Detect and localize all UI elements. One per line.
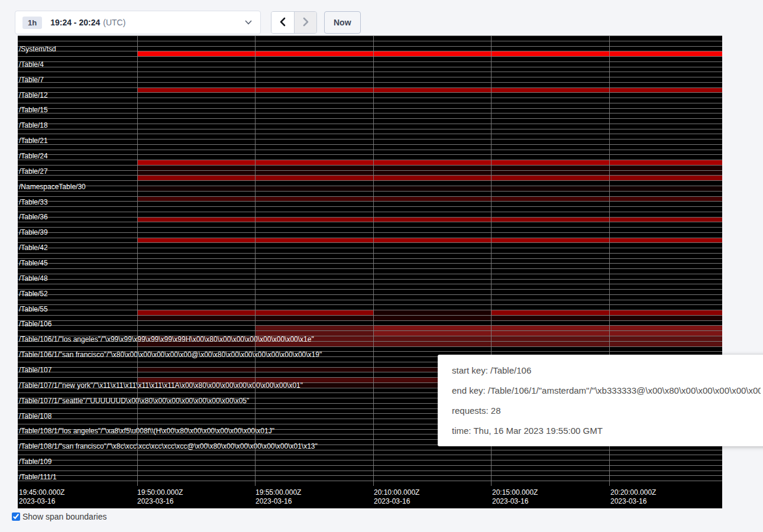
axis-tick: 19:55:00.000Z2023-03-16 xyxy=(256,488,301,506)
row-label: /Table/36 xyxy=(19,213,48,221)
row-label: /Table/45 xyxy=(19,259,48,267)
heat-band[interactable] xyxy=(137,176,722,180)
row-label: /Table/107 xyxy=(19,366,51,374)
heat-band[interactable] xyxy=(137,88,722,93)
prev-range-button[interactable] xyxy=(271,12,294,33)
row-label: /Table/48 xyxy=(19,274,48,283)
row-label: /Table/12 xyxy=(19,91,48,99)
row-label: /Table/33 xyxy=(19,198,48,206)
range-timezone: (UTC) xyxy=(103,18,125,27)
tooltip-end-key: end key: /Table/106/1/"amsterdam"/"\xb33… xyxy=(452,385,761,395)
heat-band[interactable] xyxy=(255,326,373,330)
row-label: /Table/106 xyxy=(19,320,51,328)
heat-band[interactable] xyxy=(255,342,722,346)
row-label: /Table/42 xyxy=(19,244,48,252)
row-label: /Table/15 xyxy=(19,106,48,114)
heat-band[interactable] xyxy=(137,166,722,170)
heat-band[interactable] xyxy=(137,171,722,176)
tooltip-time: time: Thu, 16 Mar 2023 19:55:00 GMT xyxy=(452,426,761,436)
row-label: /Table/108/1/"los angeles"/"\xa8\xf5\u00… xyxy=(19,427,274,435)
row-label: /Table/52 xyxy=(19,290,48,298)
checkbox-label: Show span boundaries xyxy=(22,512,106,521)
row-label: /Table/21 xyxy=(19,137,48,145)
next-range-button[interactable] xyxy=(294,12,316,33)
row-label: /System/tsd xyxy=(19,45,56,53)
heat-band[interactable] xyxy=(373,331,722,336)
range-duration-badge: 1h xyxy=(22,17,42,29)
show-span-boundaries-control[interactable]: Show span boundaries xyxy=(12,512,106,521)
chevron-down-icon xyxy=(245,20,252,25)
row-label: /NamespaceTable/30 xyxy=(19,183,86,191)
axis-tick: 20:20:00.000Z2023-03-16 xyxy=(610,488,656,506)
hover-tooltip: start key: /Table/106 end key: /Table/10… xyxy=(438,355,763,446)
heat-band[interactable] xyxy=(137,197,722,202)
chevron-right-icon xyxy=(302,17,310,28)
row-label: /Table/109 xyxy=(19,458,51,466)
heat-band[interactable] xyxy=(491,310,722,315)
row-label: /Table/107/1/"new york"/"\x11\x11\x11\x1… xyxy=(19,381,303,390)
row-label: /Table/108 xyxy=(19,412,51,420)
tooltip-requests: requests: 28 xyxy=(452,406,761,416)
row-label: /Table/106/1/"san francisco"/"\x80\x00\x… xyxy=(19,351,322,359)
axis-tick: 19:45:00.000Z2023-03-16 xyxy=(19,488,64,506)
time-range-select[interactable]: 1h 19:24 - 20:24 (UTC) xyxy=(15,11,261,34)
row-label: /Table/55 xyxy=(19,305,48,313)
now-button[interactable]: Now xyxy=(324,11,361,34)
chevron-left-icon xyxy=(279,17,287,28)
row-label: /Table/24 xyxy=(19,152,48,160)
row-label: /Table/111/1 xyxy=(19,473,57,481)
heat-band[interactable] xyxy=(137,186,722,191)
heat-band[interactable] xyxy=(137,160,722,165)
toolbar: 1h 19:24 - 20:24 (UTC) Now xyxy=(15,11,361,34)
time-nav-group xyxy=(271,11,317,34)
heat-band[interactable] xyxy=(373,326,722,330)
row-label: /Table/7 xyxy=(19,76,44,84)
axis-tick: 19:50:00.000Z2023-03-16 xyxy=(137,488,183,506)
row-label: /Table/39 xyxy=(19,228,48,236)
range-text: 19:24 - 20:24 xyxy=(50,18,100,27)
heat-band[interactable] xyxy=(137,238,722,243)
heat-band[interactable] xyxy=(373,310,491,315)
tooltip-start-key: start key: /Table/106 xyxy=(452,365,761,375)
row-label: /Table/106/1/"los angeles"/"\x99\x99\x99… xyxy=(19,335,314,343)
row-label: /Table/4 xyxy=(19,60,44,69)
axis-tick: 20:10:00.000Z2023-03-16 xyxy=(374,488,419,506)
axis-tick: 20:15:00.000Z2023-03-16 xyxy=(492,488,538,506)
show-span-boundaries-checkbox[interactable] xyxy=(12,512,20,521)
heat-band[interactable] xyxy=(137,51,722,56)
row-label: /Table/18 xyxy=(19,121,48,129)
row-label: /Table/27 xyxy=(19,167,48,176)
grid-vline xyxy=(373,35,374,486)
heat-band[interactable] xyxy=(137,218,722,222)
time-axis: 19:45:00.000Z2023-03-1619:50:00.000Z2023… xyxy=(18,486,722,508)
key-visualizer-canvas[interactable]: /System/tsd/Table/4/Table/7/Table/12/Tab… xyxy=(18,35,722,508)
grid-vline xyxy=(255,35,256,486)
heat-band[interactable] xyxy=(137,316,722,320)
row-label: /Table/107/1/"seattle"/"UUUUUUD\x00\x80\… xyxy=(19,397,249,405)
heat-band[interactable] xyxy=(255,336,722,341)
grid-vline xyxy=(137,35,138,486)
row-label: /Table/108/1/"san francisco"/"\x8c\xcc\x… xyxy=(19,442,318,450)
